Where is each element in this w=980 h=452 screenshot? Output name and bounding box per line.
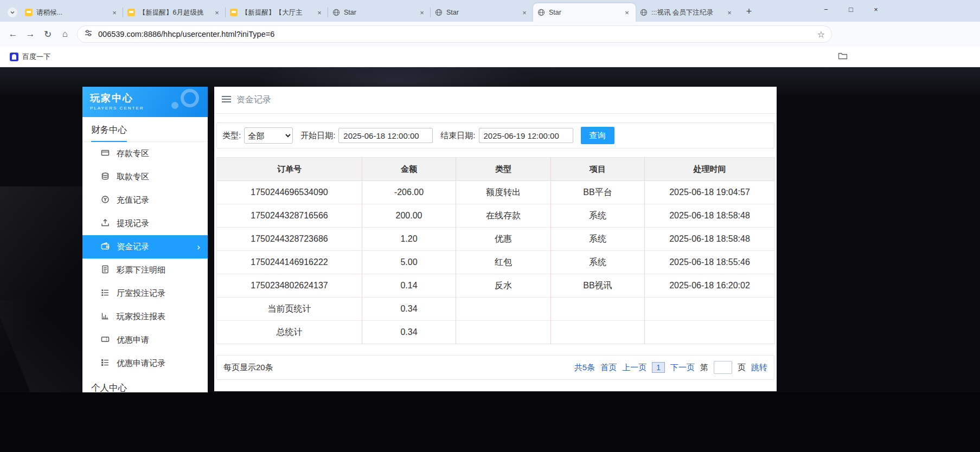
new-tab-button[interactable]: + (741, 4, 757, 19)
home-icon[interactable]: ⌂ (56, 25, 74, 43)
cell-order-no: 1750234802624137 (217, 274, 362, 298)
ticket-icon (101, 335, 110, 345)
cell-amount: 200.00 (362, 204, 456, 228)
tab-close-icon[interactable]: × (725, 8, 734, 17)
browser-tab-active[interactable]: Star × (533, 3, 636, 22)
table-row: 1750244146916222 5.00 红包 系统 2025-06-18 1… (217, 251, 775, 274)
tab-close-icon[interactable]: × (213, 8, 221, 17)
cell-time: 2025-06-18 16:20:02 (645, 274, 775, 298)
end-date-input[interactable] (479, 128, 573, 143)
browser-tab[interactable]: :::视讯 会员下注纪录 × (636, 3, 738, 22)
sidebar-item-withdraw-record[interactable]: 提现记录 (82, 212, 208, 235)
page-size-text: 每页显示20条 (223, 363, 273, 373)
decor-circle (171, 102, 178, 109)
start-date-input[interactable] (338, 128, 433, 143)
funds-table: 订单号 金额 类型 项目 处理时间 1750244696534090 -206.… (216, 157, 775, 344)
pagination-controls: 共5条 首页 上一页 1 下一页 第 页 跳转 (574, 361, 767, 374)
sidebar-item-label: 优惠申请记录 (117, 358, 165, 369)
table-row: 1750244328716566 200.00 在线存款 系统 2025-06-… (217, 204, 775, 228)
tab-close-icon[interactable]: × (520, 8, 529, 17)
sidebar-item-hall-bet-record[interactable]: 厅室投注记录 (82, 282, 208, 305)
sidebar-item-promo-apply[interactable]: 优惠申请 (82, 328, 208, 352)
tab-title: 【新提醒】【大厅主 (241, 8, 311, 17)
browser-tab[interactable]: 【新提醒】【大厅主 × (226, 3, 328, 22)
query-button[interactable]: 查询 (581, 127, 614, 144)
tab-title: :::视讯 会员下注纪录 (651, 8, 721, 17)
other-bookmarks-folder-icon[interactable] (838, 51, 848, 62)
cell-type: 额度转出 (456, 181, 551, 204)
url-text[interactable]: 006539.com:8886/hhcp/usercenter.html?ini… (98, 30, 812, 38)
cell-order-no: 1750244146916222 (217, 251, 362, 274)
sidebar-item-label: 厅室投注记录 (117, 288, 165, 299)
sidebar-item-lottery-bet-detail[interactable]: 彩票下注明细 (82, 259, 208, 282)
minimize-button[interactable]: − (814, 0, 838, 18)
section-personal-center: 个人中心 (82, 375, 208, 392)
tab-close-icon[interactable]: × (418, 8, 426, 17)
browser-tab[interactable]: Star × (431, 3, 533, 22)
cell-type: 在线存款 (456, 204, 551, 228)
sidebar-item-label: 充值记录 (117, 195, 149, 205)
cell-amount: 0.14 (362, 274, 456, 298)
cell-label: 当前页统计 (217, 298, 362, 321)
forward-icon[interactable]: → (22, 25, 39, 43)
cell-time: 2025-06-18 18:58:48 (645, 228, 775, 251)
col-project: 项目 (551, 158, 645, 181)
tab-strip: 请稍候... × 【新提醒】6月超级挑 × 【新提醒】【大厅主 × Star ×… (0, 0, 980, 22)
site-favicon-icon (25, 9, 33, 16)
jump-page-input[interactable] (714, 361, 732, 374)
table-row: 1750244696534090 -206.00 额度转出 BB平台 2025-… (217, 181, 775, 204)
reload-icon[interactable]: ↻ (39, 25, 56, 43)
sidebar-item-deposit-zone[interactable]: 存款专区 (82, 142, 208, 165)
sidebar-item-label: 优惠申请 (117, 335, 149, 345)
table-row: 1750244328723686 1.20 优惠 系统 2025-06-18 1… (217, 228, 775, 251)
baidu-favicon-icon (10, 53, 18, 61)
cell-project: 系统 (551, 228, 645, 251)
maximize-button[interactable]: □ (838, 0, 863, 18)
address-bar[interactable]: 006539.com:8886/hhcp/usercenter.html?ini… (77, 25, 832, 43)
bookmark-star-icon[interactable]: ☆ (817, 29, 825, 40)
first-page-link[interactable]: 首页 (600, 363, 617, 373)
cell-project: 系统 (551, 204, 645, 228)
sidebar-item-player-bet-report[interactable]: 玩家投注报表 (82, 305, 208, 328)
cell-type: 优惠 (456, 228, 551, 251)
coins-icon (101, 172, 110, 182)
tab-search-icon[interactable] (8, 8, 17, 17)
next-page-link[interactable]: 下一页 (670, 363, 695, 373)
sidebar-item-recharge-record[interactable]: 充值记录 (82, 189, 208, 212)
sidebar-item-funds-record[interactable]: 资金记录 › (82, 235, 208, 259)
tab-title: Star (549, 9, 619, 16)
site-favicon-icon (127, 9, 135, 16)
prev-page-link[interactable]: 上一页 (622, 363, 646, 373)
tab-close-icon[interactable]: × (110, 8, 119, 17)
col-type: 类型 (456, 158, 551, 181)
jump-go-link[interactable]: 跳转 (751, 363, 767, 373)
cell-project: BB平台 (551, 181, 645, 204)
browser-tab[interactable]: 请稍候... × (21, 3, 123, 22)
tab-close-icon[interactable]: × (315, 8, 324, 17)
coin-yen-icon (101, 195, 110, 205)
cell-amount: 0.34 (362, 321, 456, 344)
back-icon[interactable]: ← (4, 25, 22, 43)
summary-row-current-page: 当前页统计 0.34 (217, 298, 775, 321)
hamburger-icon[interactable] (222, 95, 231, 105)
browser-tab[interactable]: Star × (328, 3, 431, 22)
tab-title: 请稍候... (36, 8, 106, 17)
browser-tab[interactable]: 【新提醒】6月超级挑 × (123, 3, 226, 22)
current-page-indicator: 1 (652, 362, 665, 373)
cell-amount: 0.34 (362, 298, 456, 321)
tab-close-icon[interactable]: × (623, 8, 631, 17)
sidebar-item-withdraw-zone[interactable]: 取款专区 (82, 165, 208, 189)
sidebar-item-promo-apply-record[interactable]: 优惠申请记录 (82, 352, 208, 375)
cell-type: 反水 (456, 274, 551, 298)
start-date-label: 开始日期: (300, 131, 335, 141)
cell-time: 2025-06-18 19:04:57 (645, 181, 775, 204)
col-amount: 金额 (362, 158, 456, 181)
type-label: 类型: (222, 131, 241, 141)
window-close-button[interactable]: × (863, 0, 888, 18)
cell-label: 总统计 (217, 321, 362, 344)
site-info-icon[interactable] (84, 29, 93, 40)
cell-order-no: 1750244328723686 (217, 228, 362, 251)
cell-amount: -206.00 (362, 181, 456, 204)
bookmark-baidu[interactable]: 百度一下 (5, 50, 55, 64)
type-select[interactable]: 全部 (244, 127, 293, 144)
